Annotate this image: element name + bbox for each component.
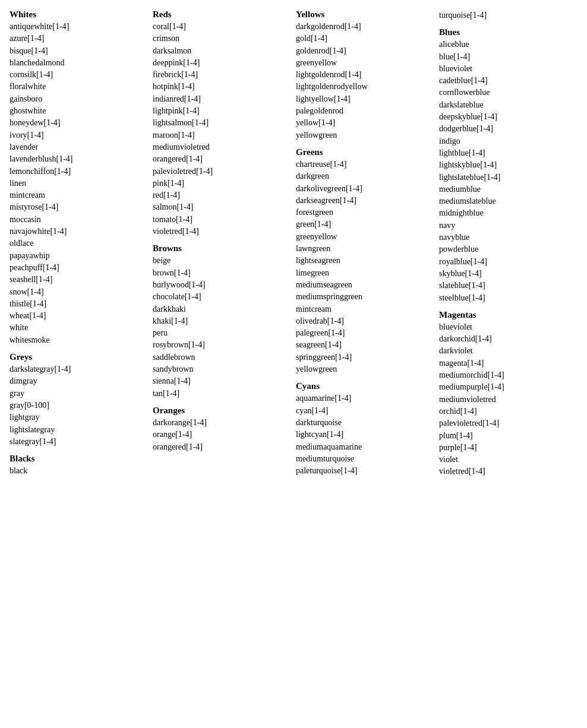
section-0-1: Greysdarkslategray[1-4]dimgraygraygray[0…	[10, 352, 148, 448]
color-item: lightslategray	[10, 424, 148, 436]
color-item: orchid[1-4]	[439, 406, 577, 417]
color-item: goldenrod[1-4]	[296, 45, 434, 57]
color-item: mediumvioletred	[153, 141, 291, 153]
color-item: linen	[10, 178, 148, 189]
color-item: snow[1-4]	[10, 286, 148, 298]
color-item: blueviolet	[439, 321, 577, 333]
color-item: white	[10, 322, 148, 334]
color-item: pink[1-4]	[153, 178, 291, 189]
color-item: chartreuse[1-4]	[296, 159, 434, 170]
color-item: mintcream	[296, 303, 434, 315]
color-item: lightgoldenrod[1-4]	[296, 69, 434, 81]
color-item: palevioletred[1-4]	[153, 166, 291, 178]
color-item: cadetblue[1-4]	[439, 75, 577, 87]
color-item: beige	[153, 255, 291, 267]
color-item: palegreen[1-4]	[296, 327, 434, 339]
color-item: blueviolet	[439, 63, 577, 75]
color-item: mediumturquoise	[296, 453, 434, 465]
color-item: violetred[1-4]	[439, 466, 577, 477]
color-item: tomato[1-4]	[153, 214, 291, 226]
color-item: greenyellow	[296, 57, 434, 69]
color-item: skyblue[1-4]	[439, 268, 577, 280]
section-3-0: turquoise[1-4]	[439, 10, 577, 21]
color-item: steelblue[1-4]	[439, 292, 577, 304]
color-item: cornflowerblue	[439, 87, 577, 99]
color-item: blue[1-4]	[439, 51, 577, 63]
color-item: forestgreen	[296, 207, 434, 219]
color-item: lawngreen	[296, 243, 434, 255]
color-item: mediumvioletred	[439, 394, 577, 406]
color-item: lightblue[1-4]	[439, 147, 577, 159]
color-item: honeydew[1-4]	[10, 117, 148, 129]
color-item: lightpink[1-4]	[153, 105, 291, 117]
section-2-1: Greenschartreuse[1-4]darkgreendarkoliveg…	[296, 147, 434, 375]
color-item: magenta[1-4]	[439, 357, 577, 369]
color-item: mediumaquamarine	[296, 441, 434, 453]
color-item: burlywood[1-4]	[153, 279, 291, 291]
color-item: papayawhip	[10, 250, 148, 262]
color-item: lightcyan[1-4]	[296, 429, 434, 441]
column-0: Whitesantiquewhite[1-4]azure[1-4]bisque[…	[10, 10, 148, 483]
color-item: khaki[1-4]	[153, 315, 291, 327]
color-item: navy	[439, 220, 577, 232]
color-item: lavenderblush[1-4]	[10, 153, 148, 165]
color-item: gold[1-4]	[296, 33, 434, 45]
color-item: palegoldenrod	[296, 105, 434, 117]
color-item: maroon[1-4]	[153, 129, 291, 141]
color-item: lightyellow[1-4]	[296, 93, 434, 105]
color-item: yellowgreen	[296, 129, 434, 141]
color-item: darkslateblue	[439, 99, 577, 111]
section-title-0-1: Greys	[10, 352, 148, 362]
color-item: deeppink[1-4]	[153, 57, 291, 69]
color-item: slategray[1-4]	[10, 436, 148, 448]
color-item: mintcream	[10, 189, 148, 201]
color-item: purple[1-4]	[439, 442, 577, 454]
color-item: mediumspringgreen	[296, 291, 434, 303]
section-3-2: Magentasbluevioletdarkorchid[1-4]darkvio…	[439, 310, 577, 478]
color-item: sienna[1-4]	[153, 375, 291, 387]
section-0-2: Blacksblack	[10, 454, 148, 477]
color-item: coral[1-4]	[153, 21, 291, 33]
color-item: lightsalmon[1-4]	[153, 117, 291, 129]
color-item: rosybrown[1-4]	[153, 339, 291, 351]
color-item: ivory[1-4]	[10, 129, 148, 141]
section-title-0-2: Blacks	[10, 454, 148, 464]
section-0-0: Whitesantiquewhite[1-4]azure[1-4]bisque[…	[10, 10, 148, 346]
color-item: lightslateblue[1-4]	[439, 172, 577, 183]
color-item: darkorange[1-4]	[153, 417, 291, 429]
color-item: peachpuff[1-4]	[10, 262, 148, 274]
color-item: royalblue[1-4]	[439, 256, 577, 268]
color-item: mediumpurple[1-4]	[439, 381, 577, 393]
main-content: Whitesantiquewhite[1-4]azure[1-4]bisque[…	[10, 10, 577, 484]
color-item: crimson	[153, 33, 291, 45]
color-item: navyblue	[439, 232, 577, 243]
column-2: Yellowsdarkgoldenrod[1-4]gold[1-4]golden…	[296, 10, 434, 483]
color-item: slateblue[1-4]	[439, 280, 577, 292]
color-item: violet	[439, 454, 577, 466]
section-title-3-1: Blues	[439, 27, 577, 37]
color-item: plum[1-4]	[439, 430, 577, 442]
color-item: red[1-4]	[153, 189, 291, 201]
color-item: violetred[1-4]	[153, 226, 291, 238]
color-item: tan[1-4]	[153, 388, 291, 400]
color-item: brown[1-4]	[153, 267, 291, 279]
section-2-2: Cyansaquamarine[1-4]cyan[1-4]darkturquoi…	[296, 381, 434, 477]
column-3: turquoise[1-4]Bluesaliceblueblue[1-4]blu…	[439, 10, 577, 484]
color-item: gray	[10, 388, 148, 400]
color-item: aquamarine[1-4]	[296, 393, 434, 404]
color-item: hotpink[1-4]	[153, 81, 291, 93]
color-item: seashell[1-4]	[10, 274, 148, 286]
color-item: darkkhaki	[153, 303, 291, 315]
color-item: mediumslateblue	[439, 195, 577, 207]
color-item: mediumorchid[1-4]	[439, 369, 577, 381]
color-item: darkslategray[1-4]	[10, 363, 148, 375]
section-3-1: Bluesaliceblueblue[1-4]bluevioletcadetbl…	[439, 27, 577, 304]
color-item: orangered[1-4]	[153, 441, 291, 453]
column-1: Redscoral[1-4]crimsondarksalmondeeppink[…	[153, 10, 291, 459]
color-item: salmon[1-4]	[153, 201, 291, 213]
section-1-0: Redscoral[1-4]crimsondarksalmondeeppink[…	[153, 10, 291, 238]
section-title-3-2: Magentas	[439, 310, 577, 320]
color-item: yellow[1-4]	[296, 117, 434, 129]
section-title-2-2: Cyans	[296, 381, 434, 391]
color-item: antiquewhite[1-4]	[10, 21, 148, 33]
